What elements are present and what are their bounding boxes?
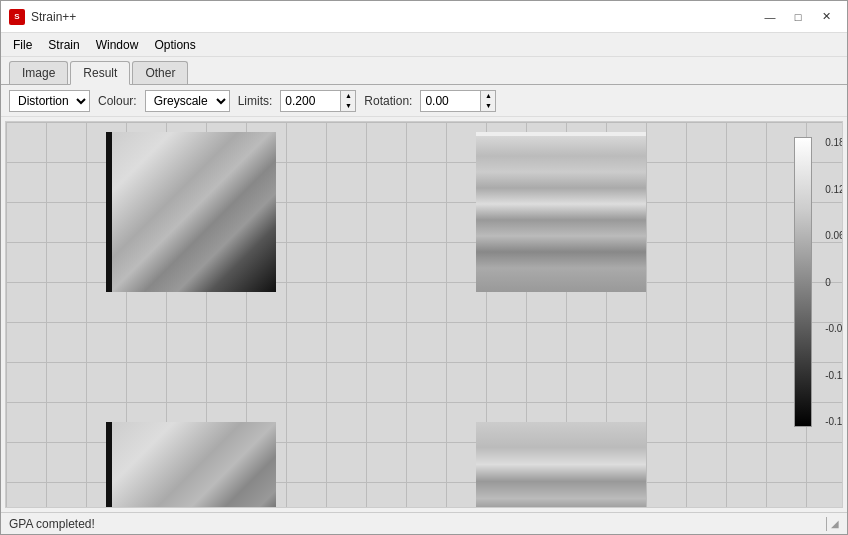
- colour-select[interactable]: Greyscale Colour Jet: [145, 90, 230, 112]
- limits-label: Limits:: [238, 94, 273, 108]
- image-bottom-right: [476, 422, 646, 507]
- menubar: File Strain Window Options: [1, 33, 847, 57]
- menu-window[interactable]: Window: [88, 36, 147, 54]
- image-bottom-left: [106, 422, 276, 507]
- cb-label-6: -0.18: [825, 416, 842, 427]
- close-button[interactable]: ✕: [813, 7, 839, 27]
- rotation-spinner: ▲ ▼: [420, 90, 496, 112]
- toolbar: Distortion Strain XX Strain YY Shear Col…: [1, 85, 847, 117]
- colour-label: Colour:: [98, 94, 137, 108]
- cb-label-0: 0.18: [825, 137, 842, 148]
- status-divider: [826, 517, 827, 531]
- limits-spinner-btns: ▲ ▼: [340, 90, 356, 112]
- rotation-label: Rotation:: [364, 94, 412, 108]
- tab-image[interactable]: Image: [9, 61, 68, 84]
- rotation-spinner-btns: ▲ ▼: [480, 90, 496, 112]
- tab-result[interactable]: Result: [70, 61, 130, 85]
- image-bottom-right-content: [476, 422, 646, 507]
- cb-label-2: 0.06: [825, 230, 842, 241]
- colorbar-gradient: [794, 137, 812, 427]
- colorbar-labels: 0.18 0.12 0.06 0 -0.06 -0.12 -0.18: [825, 137, 842, 427]
- app-icon: S: [9, 9, 25, 25]
- image-top-right: [476, 132, 646, 292]
- window-controls: — □ ✕: [757, 7, 839, 27]
- image-top-right-content: [476, 132, 646, 292]
- distortion-select[interactable]: Distortion Strain XX Strain YY Shear: [9, 90, 90, 112]
- grid-canvas: 0.18 0.12 0.06 0 -0.06 -0.12 -0.18: [6, 122, 842, 507]
- colorbar: 0.18 0.12 0.06 0 -0.06 -0.12 -0.18: [794, 137, 812, 427]
- rotation-input[interactable]: [420, 90, 480, 112]
- image-top-left: [106, 132, 276, 292]
- cb-label-1: 0.12: [825, 184, 842, 195]
- rotation-up-button[interactable]: ▲: [481, 91, 495, 101]
- image-top-left-content: [106, 132, 276, 292]
- tabs-bar: Image Result Other: [1, 57, 847, 85]
- canvas-area: 0.18 0.12 0.06 0 -0.06 -0.12 -0.18: [5, 121, 843, 508]
- limits-down-button[interactable]: ▼: [341, 101, 355, 111]
- menu-options[interactable]: Options: [146, 36, 203, 54]
- status-bar: GPA completed! ◢: [1, 512, 847, 534]
- resize-grip: ◢: [831, 518, 839, 529]
- image-bottom-left-content: [106, 422, 276, 507]
- menu-strain[interactable]: Strain: [40, 36, 87, 54]
- tab-other[interactable]: Other: [132, 61, 188, 84]
- limits-input[interactable]: [280, 90, 340, 112]
- status-text: GPA completed!: [9, 517, 822, 531]
- cb-label-4: -0.06: [825, 323, 842, 334]
- rotation-down-button[interactable]: ▼: [481, 101, 495, 111]
- maximize-button[interactable]: □: [785, 7, 811, 27]
- window-title: Strain++: [31, 10, 757, 24]
- menu-file[interactable]: File: [5, 36, 40, 54]
- limits-up-button[interactable]: ▲: [341, 91, 355, 101]
- limits-spinner: ▲ ▼: [280, 90, 356, 112]
- cb-label-3: 0: [825, 277, 842, 288]
- title-bar: S Strain++ — □ ✕: [1, 1, 847, 33]
- minimize-button[interactable]: —: [757, 7, 783, 27]
- main-window: S Strain++ — □ ✕ File Strain Window Opti…: [0, 0, 848, 535]
- main-content: 0.18 0.12 0.06 0 -0.06 -0.12 -0.18: [1, 117, 847, 512]
- cb-label-5: -0.12: [825, 370, 842, 381]
